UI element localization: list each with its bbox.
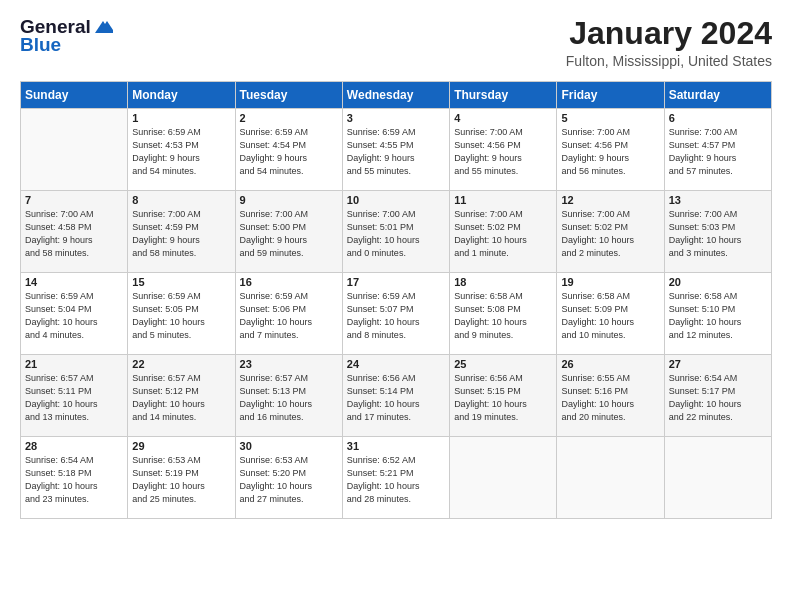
day-number: 27	[669, 358, 767, 370]
day-info: Sunrise: 7:00 AMSunset: 4:56 PMDaylight:…	[454, 126, 552, 178]
day-cell: 27Sunrise: 6:54 AMSunset: 5:17 PMDayligh…	[664, 355, 771, 437]
day-cell: 16Sunrise: 6:59 AMSunset: 5:06 PMDayligh…	[235, 273, 342, 355]
week-row-4: 21Sunrise: 6:57 AMSunset: 5:11 PMDayligh…	[21, 355, 772, 437]
day-number: 20	[669, 276, 767, 288]
day-cell: 5Sunrise: 7:00 AMSunset: 4:56 PMDaylight…	[557, 109, 664, 191]
day-number: 17	[347, 276, 445, 288]
day-number: 11	[454, 194, 552, 206]
day-cell: 22Sunrise: 6:57 AMSunset: 5:12 PMDayligh…	[128, 355, 235, 437]
day-number: 29	[132, 440, 230, 452]
day-cell: 2Sunrise: 6:59 AMSunset: 4:54 PMDaylight…	[235, 109, 342, 191]
day-cell: 6Sunrise: 7:00 AMSunset: 4:57 PMDaylight…	[664, 109, 771, 191]
day-info: Sunrise: 6:52 AMSunset: 5:21 PMDaylight:…	[347, 454, 445, 506]
day-info: Sunrise: 6:53 AMSunset: 5:20 PMDaylight:…	[240, 454, 338, 506]
day-info: Sunrise: 6:55 AMSunset: 5:16 PMDaylight:…	[561, 372, 659, 424]
day-info: Sunrise: 6:58 AMSunset: 5:09 PMDaylight:…	[561, 290, 659, 342]
day-info: Sunrise: 6:59 AMSunset: 4:53 PMDaylight:…	[132, 126, 230, 178]
day-cell: 4Sunrise: 7:00 AMSunset: 4:56 PMDaylight…	[450, 109, 557, 191]
day-header-saturday: Saturday	[664, 82, 771, 109]
logo-icon	[93, 19, 113, 35]
day-cell: 21Sunrise: 6:57 AMSunset: 5:11 PMDayligh…	[21, 355, 128, 437]
day-info: Sunrise: 6:59 AMSunset: 5:06 PMDaylight:…	[240, 290, 338, 342]
day-number: 6	[669, 112, 767, 124]
day-info: Sunrise: 6:53 AMSunset: 5:19 PMDaylight:…	[132, 454, 230, 506]
day-header-wednesday: Wednesday	[342, 82, 449, 109]
day-number: 2	[240, 112, 338, 124]
day-header-friday: Friday	[557, 82, 664, 109]
day-info: Sunrise: 6:57 AMSunset: 5:12 PMDaylight:…	[132, 372, 230, 424]
day-cell: 24Sunrise: 6:56 AMSunset: 5:14 PMDayligh…	[342, 355, 449, 437]
day-number: 31	[347, 440, 445, 452]
day-number: 21	[25, 358, 123, 370]
calendar-body: 1Sunrise: 6:59 AMSunset: 4:53 PMDaylight…	[21, 109, 772, 519]
day-info: Sunrise: 6:54 AMSunset: 5:17 PMDaylight:…	[669, 372, 767, 424]
day-info: Sunrise: 6:59 AMSunset: 4:54 PMDaylight:…	[240, 126, 338, 178]
day-cell: 25Sunrise: 6:56 AMSunset: 5:15 PMDayligh…	[450, 355, 557, 437]
day-number: 9	[240, 194, 338, 206]
day-cell: 8Sunrise: 7:00 AMSunset: 4:59 PMDaylight…	[128, 191, 235, 273]
day-cell: 19Sunrise: 6:58 AMSunset: 5:09 PMDayligh…	[557, 273, 664, 355]
day-cell: 11Sunrise: 7:00 AMSunset: 5:02 PMDayligh…	[450, 191, 557, 273]
logo: General Blue	[20, 16, 113, 56]
day-header-sunday: Sunday	[21, 82, 128, 109]
day-cell: 9Sunrise: 7:00 AMSunset: 5:00 PMDaylight…	[235, 191, 342, 273]
day-info: Sunrise: 7:00 AMSunset: 5:02 PMDaylight:…	[454, 208, 552, 260]
day-number: 15	[132, 276, 230, 288]
day-number: 24	[347, 358, 445, 370]
day-cell	[664, 437, 771, 519]
day-header-tuesday: Tuesday	[235, 82, 342, 109]
day-number: 30	[240, 440, 338, 452]
day-info: Sunrise: 6:56 AMSunset: 5:14 PMDaylight:…	[347, 372, 445, 424]
day-info: Sunrise: 6:58 AMSunset: 5:10 PMDaylight:…	[669, 290, 767, 342]
day-info: Sunrise: 6:59 AMSunset: 5:07 PMDaylight:…	[347, 290, 445, 342]
day-number: 16	[240, 276, 338, 288]
header: General Blue January 2024 Fulton, Missis…	[20, 16, 772, 69]
day-cell: 10Sunrise: 7:00 AMSunset: 5:01 PMDayligh…	[342, 191, 449, 273]
day-cell: 12Sunrise: 7:00 AMSunset: 5:02 PMDayligh…	[557, 191, 664, 273]
logo-blue: Blue	[20, 34, 61, 56]
day-number: 10	[347, 194, 445, 206]
day-cell	[21, 109, 128, 191]
day-info: Sunrise: 6:59 AMSunset: 5:05 PMDaylight:…	[132, 290, 230, 342]
day-cell: 18Sunrise: 6:58 AMSunset: 5:08 PMDayligh…	[450, 273, 557, 355]
day-cell: 29Sunrise: 6:53 AMSunset: 5:19 PMDayligh…	[128, 437, 235, 519]
day-cell: 31Sunrise: 6:52 AMSunset: 5:21 PMDayligh…	[342, 437, 449, 519]
day-number: 26	[561, 358, 659, 370]
day-cell: 15Sunrise: 6:59 AMSunset: 5:05 PMDayligh…	[128, 273, 235, 355]
day-number: 25	[454, 358, 552, 370]
calendar-container: General Blue January 2024 Fulton, Missis…	[0, 0, 792, 529]
day-number: 23	[240, 358, 338, 370]
day-info: Sunrise: 7:00 AMSunset: 5:01 PMDaylight:…	[347, 208, 445, 260]
day-info: Sunrise: 7:00 AMSunset: 5:02 PMDaylight:…	[561, 208, 659, 260]
title-block: January 2024 Fulton, Mississippi, United…	[566, 16, 772, 69]
day-info: Sunrise: 6:56 AMSunset: 5:15 PMDaylight:…	[454, 372, 552, 424]
day-cell: 17Sunrise: 6:59 AMSunset: 5:07 PMDayligh…	[342, 273, 449, 355]
day-header-thursday: Thursday	[450, 82, 557, 109]
day-number: 1	[132, 112, 230, 124]
day-info: Sunrise: 6:57 AMSunset: 5:13 PMDaylight:…	[240, 372, 338, 424]
calendar-title: January 2024	[566, 16, 772, 51]
day-cell: 30Sunrise: 6:53 AMSunset: 5:20 PMDayligh…	[235, 437, 342, 519]
week-row-5: 28Sunrise: 6:54 AMSunset: 5:18 PMDayligh…	[21, 437, 772, 519]
day-number: 5	[561, 112, 659, 124]
day-cell: 14Sunrise: 6:59 AMSunset: 5:04 PMDayligh…	[21, 273, 128, 355]
day-cell: 3Sunrise: 6:59 AMSunset: 4:55 PMDaylight…	[342, 109, 449, 191]
day-info: Sunrise: 7:00 AMSunset: 4:56 PMDaylight:…	[561, 126, 659, 178]
day-number: 22	[132, 358, 230, 370]
day-number: 7	[25, 194, 123, 206]
day-cell: 28Sunrise: 6:54 AMSunset: 5:18 PMDayligh…	[21, 437, 128, 519]
day-info: Sunrise: 6:54 AMSunset: 5:18 PMDaylight:…	[25, 454, 123, 506]
day-number: 8	[132, 194, 230, 206]
day-number: 14	[25, 276, 123, 288]
day-info: Sunrise: 7:00 AMSunset: 4:59 PMDaylight:…	[132, 208, 230, 260]
calendar-header-row: SundayMondayTuesdayWednesdayThursdayFrid…	[21, 82, 772, 109]
day-info: Sunrise: 7:00 AMSunset: 5:00 PMDaylight:…	[240, 208, 338, 260]
day-number: 12	[561, 194, 659, 206]
day-header-monday: Monday	[128, 82, 235, 109]
day-number: 4	[454, 112, 552, 124]
week-row-2: 7Sunrise: 7:00 AMSunset: 4:58 PMDaylight…	[21, 191, 772, 273]
day-cell: 20Sunrise: 6:58 AMSunset: 5:10 PMDayligh…	[664, 273, 771, 355]
day-cell: 13Sunrise: 7:00 AMSunset: 5:03 PMDayligh…	[664, 191, 771, 273]
day-number: 28	[25, 440, 123, 452]
day-cell: 7Sunrise: 7:00 AMSunset: 4:58 PMDaylight…	[21, 191, 128, 273]
